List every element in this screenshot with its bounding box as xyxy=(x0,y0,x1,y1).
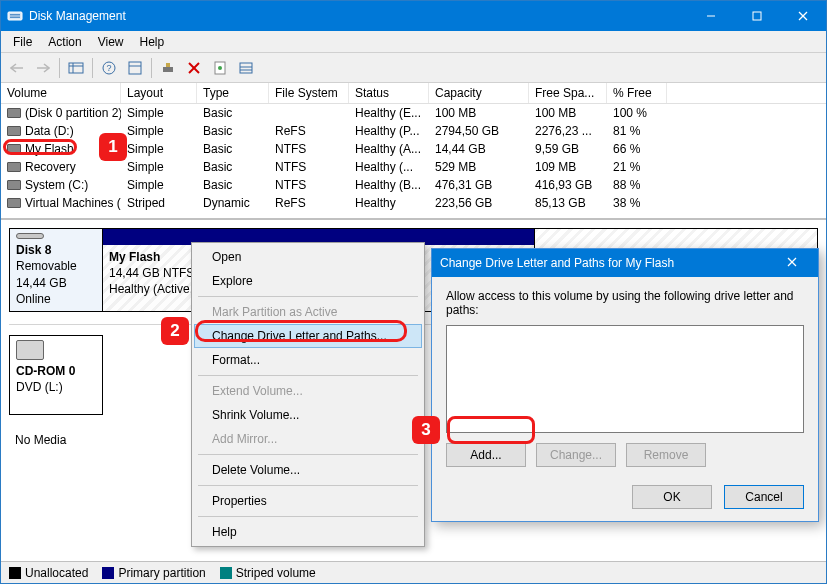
cell-layout: Simple xyxy=(121,103,197,123)
legend-striped-swatch xyxy=(220,567,232,579)
cell-status: Healthy (E... xyxy=(349,103,429,123)
window-title: Disk Management xyxy=(29,9,688,23)
cell-free: 9,59 GB xyxy=(529,139,607,159)
menu-file[interactable]: File xyxy=(5,33,40,51)
context-menu: Open Explore Mark Partition as Active Ch… xyxy=(191,242,425,547)
col-capacity[interactable]: Capacity xyxy=(429,83,529,103)
cell-pfree: 21 % xyxy=(607,157,667,177)
legend-primary-swatch xyxy=(102,567,114,579)
toolbar-refresh-icon[interactable] xyxy=(123,56,147,80)
maximize-button[interactable] xyxy=(734,1,780,31)
paths-listbox[interactable] xyxy=(446,325,804,433)
cell-status: Healthy (B... xyxy=(349,175,429,195)
disk8-title: Disk 8 xyxy=(16,242,96,258)
ctx-help[interactable]: Help xyxy=(194,520,422,544)
legend-unallocated: Unallocated xyxy=(25,566,88,580)
change-button: Change... xyxy=(536,443,616,467)
dialog-instruction: Allow access to this volume by using the… xyxy=(446,289,804,317)
svg-rect-2 xyxy=(10,17,20,19)
cell-type: Basic xyxy=(197,121,269,141)
partition-size: 14,44 GB NTFS xyxy=(109,266,194,280)
table-row[interactable]: RecoverySimpleBasicNTFSHealthy (...529 M… xyxy=(1,158,826,176)
ctx-extend: Extend Volume... xyxy=(194,379,422,403)
volume-icon xyxy=(7,108,21,118)
svg-rect-1 xyxy=(10,14,20,16)
toolbar: ? xyxy=(1,53,826,83)
svg-point-21 xyxy=(218,66,222,70)
disk8-type: Removable xyxy=(16,258,96,274)
toolbar-list-icon[interactable] xyxy=(234,56,258,80)
cell-type: Basic xyxy=(197,139,269,159)
cell-layout: Simple xyxy=(121,139,197,159)
ok-button[interactable]: OK xyxy=(632,485,712,509)
ctx-explore[interactable]: Explore xyxy=(194,269,422,293)
cancel-button[interactable]: Cancel xyxy=(724,485,804,509)
volume-name: My Flash xyxy=(25,142,74,156)
cell-capacity: 2794,50 GB xyxy=(429,121,529,141)
cell-pfree: 100 % xyxy=(607,103,667,123)
removable-disk-icon xyxy=(16,233,44,239)
cell-fs xyxy=(269,110,349,116)
col-status[interactable]: Status xyxy=(349,83,429,103)
volume-icon xyxy=(7,198,21,208)
volume-icon xyxy=(7,180,21,190)
col-volume[interactable]: Volume xyxy=(1,83,121,103)
forward-button xyxy=(31,56,55,80)
ctx-delete[interactable]: Delete Volume... xyxy=(194,458,422,482)
cell-type: Dynamic xyxy=(197,193,269,213)
table-row[interactable]: Data (D:)SimpleBasicReFSHealthy (P...279… xyxy=(1,122,826,140)
cdrom-sub: DVD (L:) xyxy=(16,379,96,395)
cell-fs: NTFS xyxy=(269,175,349,195)
ctx-change-drive-letter[interactable]: Change Drive Letter and Paths... xyxy=(194,324,422,348)
cell-free: 100 MB xyxy=(529,103,607,123)
toolbar-view-icon[interactable] xyxy=(64,56,88,80)
table-row[interactable]: (Disk 0 partition 2)SimpleBasicHealthy (… xyxy=(1,104,826,122)
cell-capacity: 223,56 GB xyxy=(429,193,529,213)
volume-icon xyxy=(7,162,21,172)
cell-free: 2276,23 ... xyxy=(529,121,607,141)
toolbar-help-icon[interactable]: ? xyxy=(97,56,121,80)
cell-capacity: 14,44 GB xyxy=(429,139,529,159)
cell-fs: ReFS xyxy=(269,193,349,213)
dialog-close-button[interactable] xyxy=(774,256,810,270)
close-button[interactable] xyxy=(780,1,826,31)
cdrom-icon xyxy=(16,340,44,360)
back-button xyxy=(5,56,29,80)
col-pfree[interactable]: % Free xyxy=(607,83,667,103)
col-fs[interactable]: File System xyxy=(269,83,349,103)
disk8-header[interactable]: Disk 8 Removable 14,44 GB Online xyxy=(9,228,103,312)
toolbar-settings-icon[interactable] xyxy=(156,56,180,80)
ctx-format[interactable]: Format... xyxy=(194,348,422,372)
toolbar-properties-icon[interactable] xyxy=(208,56,232,80)
col-free[interactable]: Free Spa... xyxy=(529,83,607,103)
menu-action[interactable]: Action xyxy=(40,33,89,51)
ctx-shrink[interactable]: Shrink Volume... xyxy=(194,403,422,427)
dialog-title: Change Drive Letter and Paths for My Fla… xyxy=(440,256,774,270)
minimize-button[interactable] xyxy=(688,1,734,31)
legend: Unallocated Primary partition Striped vo… xyxy=(1,561,826,583)
menu-view[interactable]: View xyxy=(90,33,132,51)
change-drive-letter-dialog: Change Drive Letter and Paths for My Fla… xyxy=(431,248,819,522)
col-layout[interactable]: Layout xyxy=(121,83,197,103)
add-button[interactable]: Add... xyxy=(446,443,526,467)
table-row[interactable]: Virtual Machines (...StripedDynamicReFSH… xyxy=(1,194,826,212)
cell-free: 85,13 GB xyxy=(529,193,607,213)
ctx-add-mirror: Add Mirror... xyxy=(194,427,422,451)
cdrom-header[interactable]: CD-ROM 0 DVD (L:) xyxy=(9,335,103,415)
cell-pfree: 88 % xyxy=(607,175,667,195)
toolbar-delete-icon[interactable] xyxy=(182,56,206,80)
titlebar: Disk Management xyxy=(1,1,826,31)
cell-free: 416,93 GB xyxy=(529,175,607,195)
cell-fs: NTFS xyxy=(269,139,349,159)
menu-help[interactable]: Help xyxy=(132,33,173,51)
volume-list[interactable]: Volume Layout Type File System Status Ca… xyxy=(1,83,826,219)
app-icon xyxy=(7,8,23,24)
volume-name: (Disk 0 partition 2) xyxy=(25,106,121,120)
table-row[interactable]: System (C:)SimpleBasicNTFSHealthy (B...4… xyxy=(1,176,826,194)
col-type[interactable]: Type xyxy=(197,83,269,103)
ctx-mark-active: Mark Partition as Active xyxy=(194,300,422,324)
ctx-open[interactable]: Open xyxy=(194,245,422,269)
cell-pfree: 81 % xyxy=(607,121,667,141)
table-row[interactable]: My FlashSimpleBasicNTFSHealthy (A...14,4… xyxy=(1,140,826,158)
ctx-properties[interactable]: Properties xyxy=(194,489,422,513)
